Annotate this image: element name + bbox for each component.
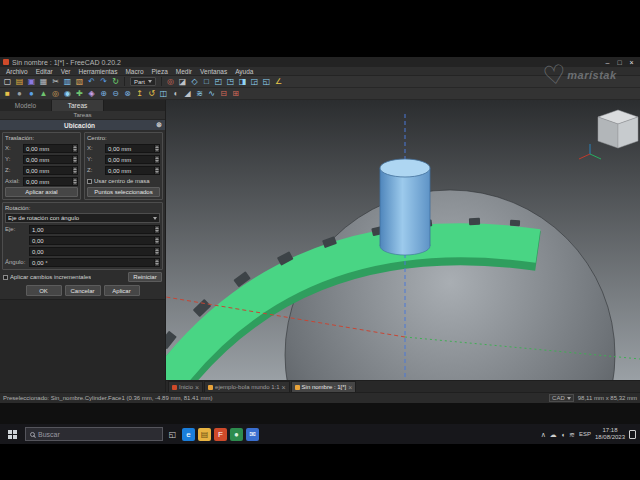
- part-torus-icon[interactable]: ◎: [50, 88, 61, 99]
- shape-builder-icon[interactable]: ◈: [86, 88, 97, 99]
- menu-item[interactable]: Editar: [32, 67, 57, 76]
- volume-icon[interactable]: ◖: [561, 428, 565, 441]
- rotation-spinbox[interactable]: 0,00: [29, 247, 160, 256]
- spin-down-icon[interactable]: [154, 148, 159, 152]
- menu-item[interactable]: Pieza: [148, 67, 172, 76]
- taskbar-search[interactable]: Buscar: [25, 427, 163, 441]
- measure-icon[interactable]: ∠: [273, 76, 284, 87]
- boolean-union-icon[interactable]: ⊕: [98, 88, 109, 99]
- boolean-intersection-icon[interactable]: ⊗: [122, 88, 133, 99]
- fit-all-icon[interactable]: ◎: [165, 76, 176, 87]
- use-center-of-mass-checkbox[interactable]: Usar centro de masa: [87, 178, 160, 184]
- desktop[interactable]: [0, 403, 640, 424]
- chamfer-icon[interactable]: ◢: [182, 88, 193, 99]
- menu-item[interactable]: Ver: [57, 67, 75, 76]
- part-primitives-icon[interactable]: ✚: [74, 88, 85, 99]
- spin-down-icon[interactable]: [154, 251, 159, 255]
- menu-item[interactable]: Herramientas: [74, 67, 121, 76]
- mail-icon[interactable]: ✉: [246, 428, 259, 441]
- spin-down-icon[interactable]: [72, 148, 77, 152]
- translation-spinbox[interactable]: 0,00 mm: [23, 177, 78, 186]
- copy-icon[interactable]: ▥: [62, 76, 73, 87]
- tray-expand-icon[interactable]: ∧: [541, 428, 546, 441]
- placement-section-header[interactable]: Ubicación ⊗: [0, 120, 165, 130]
- menu-item[interactable]: Ventanas: [196, 67, 231, 76]
- close-section-icon[interactable]: ⊗: [156, 120, 162, 130]
- onedrive-icon[interactable]: ☁: [550, 428, 557, 441]
- bottom-view-icon[interactable]: ◲: [249, 76, 260, 87]
- workbench-selector[interactable]: Part: [130, 77, 156, 86]
- left-view-icon[interactable]: ◱: [261, 76, 272, 87]
- extrude-icon[interactable]: ↥: [134, 88, 145, 99]
- spin-down-icon[interactable]: [154, 229, 159, 233]
- document-tab[interactable]: Inicio ×: [168, 381, 203, 392]
- cylinder-object[interactable]: [380, 159, 430, 255]
- rotation-mode-select[interactable]: Eje de rotación con ángulo: [5, 213, 160, 223]
- translation-spinbox[interactable]: 0,00 mm: [23, 155, 78, 164]
- part-box-icon[interactable]: ■: [2, 88, 13, 99]
- translation-spinbox[interactable]: 0,00 mm: [23, 166, 78, 175]
- maximize-button[interactable]: □: [614, 58, 625, 67]
- close-tab-icon[interactable]: ×: [348, 383, 352, 392]
- menu-item[interactable]: Macro: [121, 67, 147, 76]
- incremental-changes-checkbox[interactable]: Aplicar cambios incrementales: [3, 274, 126, 280]
- cross-sections-icon[interactable]: ⊞: [230, 88, 241, 99]
- refresh-icon[interactable]: ↻: [110, 76, 121, 87]
- spin-down-icon[interactable]: [72, 181, 77, 185]
- boolean-cut-icon[interactable]: ⊖: [110, 88, 121, 99]
- cut-icon[interactable]: ✂: [50, 76, 61, 87]
- part-cylinder-icon[interactable]: ●: [14, 88, 25, 99]
- center-spinbox[interactable]: 0,00 mm: [105, 166, 160, 175]
- new-file-icon[interactable]: ▢: [2, 76, 13, 87]
- rear-view-icon[interactable]: ◨: [237, 76, 248, 87]
- part-tube-icon[interactable]: ◉: [62, 88, 73, 99]
- right-view-icon[interactable]: ◳: [225, 76, 236, 87]
- rotation-spinbox[interactable]: 1,00: [29, 225, 160, 234]
- edge-browser-icon[interactable]: e: [182, 428, 195, 441]
- menu-item[interactable]: Archivo: [2, 67, 32, 76]
- spin-down-icon[interactable]: [72, 170, 77, 174]
- spin-down-icon[interactable]: [72, 159, 77, 163]
- section-icon[interactable]: ⊟: [218, 88, 229, 99]
- paste-icon[interactable]: ▧: [74, 76, 85, 87]
- close-button[interactable]: ×: [626, 58, 637, 67]
- top-view-icon[interactable]: ◰: [213, 76, 224, 87]
- front-view-icon[interactable]: □: [201, 76, 212, 87]
- combo-view-tab[interactable]: Tareas: [52, 100, 104, 111]
- rotation-spinbox[interactable]: 0,00: [29, 236, 160, 245]
- redo-icon[interactable]: ↷: [98, 76, 109, 87]
- close-tab-icon[interactable]: ×: [195, 383, 199, 392]
- loft-icon[interactable]: ≋: [194, 88, 205, 99]
- start-button[interactable]: [2, 424, 22, 444]
- apply-axial-button[interactable]: Aplicar axial: [5, 187, 78, 197]
- rotation-spinbox[interactable]: 0,00 °: [29, 258, 160, 267]
- 3d-scene[interactable]: [166, 100, 640, 380]
- spin-down-icon[interactable]: [154, 240, 159, 244]
- spin-down-icon[interactable]: [154, 170, 159, 174]
- selected-points-button[interactable]: Puntos seleccionados: [87, 187, 160, 197]
- network-icon[interactable]: ≋: [569, 428, 575, 441]
- center-spinbox[interactable]: 0,00 mm: [105, 144, 160, 153]
- save-icon[interactable]: ▣: [26, 76, 37, 87]
- draw-style-icon[interactable]: ◪: [177, 76, 188, 87]
- apply-button[interactable]: Aplicar: [104, 285, 140, 296]
- menu-item[interactable]: Medir: [172, 67, 196, 76]
- spin-down-icon[interactable]: [154, 159, 159, 163]
- print-icon[interactable]: ▦: [38, 76, 49, 87]
- spin-down-icon[interactable]: [154, 262, 159, 266]
- document-tab[interactable]: ejemplo-bola mundo 1:1 ×: [204, 381, 289, 392]
- translation-spinbox[interactable]: 0,00 mm: [23, 144, 78, 153]
- taskbar-clock[interactable]: 17:18 18/08/2023: [595, 427, 625, 441]
- open-file-icon[interactable]: ▤: [14, 76, 25, 87]
- menu-item[interactable]: Ayuda: [231, 67, 257, 76]
- undo-icon[interactable]: ↶: [86, 76, 97, 87]
- notifications-icon[interactable]: [629, 430, 636, 439]
- task-view-icon[interactable]: ◱: [166, 428, 179, 441]
- mirror-icon[interactable]: ◫: [158, 88, 169, 99]
- language-indicator[interactable]: ESP: [579, 431, 591, 437]
- freecad-taskbar-icon[interactable]: F: [214, 428, 227, 441]
- file-explorer-icon[interactable]: ▤: [198, 428, 211, 441]
- part-sphere-icon[interactable]: ●: [26, 88, 37, 99]
- close-tab-icon[interactable]: ×: [281, 383, 285, 392]
- document-tab[interactable]: Sin nombre : 1[*] ×: [291, 381, 357, 392]
